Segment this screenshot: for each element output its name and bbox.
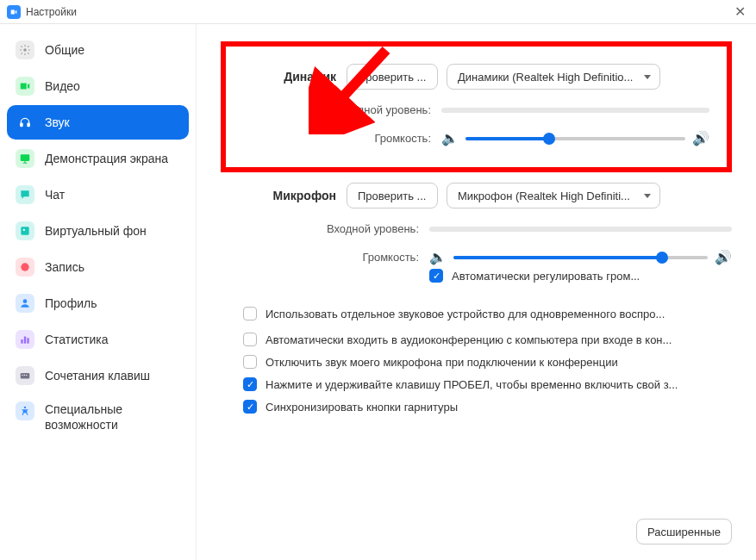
- volume-high-icon: 🔊: [692, 130, 709, 146]
- sidebar-label: Специальные возможности: [45, 401, 180, 432]
- option-label: Синхронизировать кнопки гарнитуры: [266, 401, 458, 414]
- volume-low-icon: 🔈: [441, 130, 459, 146]
- sidebar-label: Виртуальный фон: [45, 224, 147, 238]
- sidebar-item-recording[interactable]: Запись: [7, 250, 189, 284]
- output-level-label: Выходной уровень:: [243, 103, 441, 116]
- svg-rect-9: [24, 337, 26, 344]
- auto-adjust-row: Автоматически регулировать гром...: [429, 269, 732, 283]
- sidebar-label: Общие: [45, 43, 84, 57]
- speaker-device-dropdown[interactable]: Динамики (Realtek High Definitio...: [447, 64, 660, 90]
- space-unmute-checkbox[interactable]: [243, 377, 257, 391]
- option-label: Нажмите и удерживайте клавишу ПРОБЕЛ, чт…: [266, 378, 678, 391]
- svg-rect-14: [26, 375, 27, 376]
- volume-low-icon: 🔈: [429, 249, 447, 265]
- svg-rect-10: [27, 338, 28, 343]
- sidebar-item-statistics[interactable]: Статистика: [7, 322, 189, 357]
- mute-on-join-checkbox[interactable]: [243, 355, 257, 369]
- mic-input-level: [429, 227, 732, 232]
- svg-rect-3: [21, 154, 30, 161]
- svg-rect-8: [21, 339, 22, 344]
- titlebar: Настройки ✕: [0, 0, 756, 24]
- volume-high-icon: 🔊: [715, 249, 732, 265]
- sidebar-label: Запись: [45, 260, 84, 274]
- speaker-section-highlight: Динамик Проверить ... Динамики (Realtek …: [221, 41, 732, 172]
- mic-heading: Микрофон: [243, 189, 347, 202]
- mic-volume-slider[interactable]: [453, 256, 708, 259]
- auto-join-audio-checkbox[interactable]: [243, 333, 257, 346]
- speaker-heading: Динамик: [243, 70, 347, 84]
- app-icon: [7, 5, 21, 19]
- sidebar-label: Профиль: [45, 296, 97, 310]
- mic-volume-label: Громкость:: [243, 251, 429, 264]
- sidebar-item-virtual-bg[interactable]: Виртуальный фон: [7, 214, 189, 248]
- sidebar-item-share-screen[interactable]: Демонстрация экрана: [7, 141, 189, 176]
- option-label: Использовать отдельное звуковое устройст…: [266, 308, 665, 320]
- input-level-label: Входной уровень:: [243, 222, 429, 235]
- speaker-volume-slider[interactable]: [465, 137, 685, 140]
- sidebar-item-general[interactable]: Общие: [7, 33, 189, 67]
- svg-point-0: [23, 48, 27, 52]
- sidebar-label: Статистика: [45, 333, 109, 346]
- speaker-output-level: [441, 108, 709, 113]
- sidebar-item-chat[interactable]: Чат: [7, 177, 189, 212]
- option-label: Автоматически входить в аудиоконференцию…: [266, 333, 672, 346]
- sidebar-label: Видео: [45, 79, 80, 93]
- svg-rect-12: [22, 375, 23, 376]
- sidebar-item-audio[interactable]: Звук: [7, 105, 189, 140]
- svg-point-6: [21, 263, 28, 271]
- svg-rect-13: [24, 375, 25, 376]
- option-label: Отключить звук моего микрофона при подкл…: [266, 356, 618, 369]
- content-panel: Динамик Проверить ... Динамики (Realtek …: [197, 24, 756, 560]
- test-mic-button[interactable]: Проверить ...: [347, 183, 438, 208]
- svg-rect-11: [21, 373, 30, 378]
- speaker-volume-label: Громкость:: [243, 132, 441, 145]
- svg-point-7: [23, 299, 28, 303]
- separate-device-checkbox[interactable]: [243, 307, 257, 320]
- sidebar-item-shortcuts[interactable]: Сочетания клавиш: [7, 358, 189, 393]
- sidebar: Общие Видео Звук Демонстрация экрана Чат…: [0, 24, 197, 560]
- svg-point-5: [23, 229, 25, 231]
- sidebar-item-accessibility[interactable]: Специальные возможности: [7, 395, 189, 439]
- sidebar-label: Сочетания клавиш: [45, 369, 150, 383]
- svg-rect-2: [28, 123, 29, 127]
- sidebar-label: Звук: [45, 115, 70, 129]
- sidebar-item-video[interactable]: Видео: [7, 69, 189, 103]
- auto-adjust-checkbox[interactable]: [429, 269, 443, 283]
- svg-point-15: [24, 407, 26, 408]
- sidebar-item-profile[interactable]: Профиль: [7, 286, 189, 320]
- window-title: Настройки: [26, 6, 77, 18]
- close-icon[interactable]: ✕: [731, 3, 749, 20]
- svg-rect-4: [21, 227, 28, 234]
- auto-adjust-label: Автоматически регулировать гром...: [452, 270, 640, 283]
- mic-device-dropdown[interactable]: Микрофон (Realtek High Definiti...: [447, 183, 660, 208]
- sync-headset-checkbox[interactable]: [243, 400, 257, 414]
- sidebar-label: Чат: [45, 188, 65, 202]
- sidebar-label: Демонстрация экрана: [45, 152, 168, 165]
- svg-rect-1: [21, 123, 22, 127]
- test-speaker-button[interactable]: Проверить ...: [347, 64, 438, 90]
- advanced-button[interactable]: Расширенные: [636, 519, 732, 544]
